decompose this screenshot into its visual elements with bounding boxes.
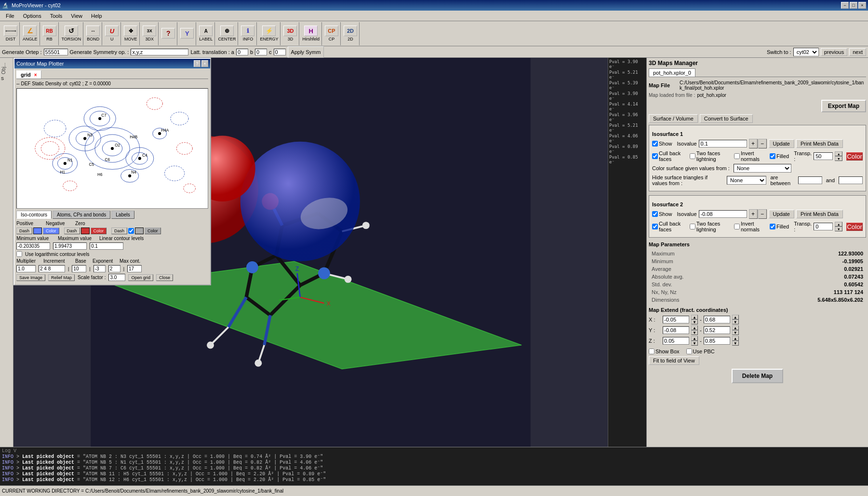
iso1-value-input[interactable] <box>699 140 747 147</box>
iso2-transp-down[interactable]: ▼ <box>835 227 842 231</box>
y-icon[interactable]: Y <box>180 28 194 39</box>
3d-icon[interactable]: 3D <box>283 26 297 36</box>
iso2-minus-button[interactable]: − <box>758 209 767 219</box>
center-icon[interactable]: ⊕ <box>220 26 234 36</box>
angle-icon[interactable]: ∠ <box>23 26 37 36</box>
dist-icon[interactable]: ⟵⟶ <box>4 26 17 36</box>
iso1-minus-button[interactable]: − <box>758 139 767 148</box>
generate-ortep-input[interactable] <box>44 49 68 55</box>
x-min-down[interactable]: ▼ <box>691 320 698 324</box>
labels-tab[interactable]: Labels <box>111 211 134 219</box>
x-min-up[interactable]: ▲ <box>691 315 698 320</box>
positive-dash-button[interactable]: Dash <box>16 228 32 234</box>
menu-help[interactable]: Help <box>87 12 106 20</box>
menu-tools[interactable]: Tools <box>46 12 67 20</box>
iso1-plus-button[interactable]: + <box>749 139 758 148</box>
iso1-invert-checkbox[interactable] <box>734 153 740 159</box>
zero-dash-checkbox[interactable] <box>128 228 134 234</box>
min-value-input[interactable] <box>16 242 50 250</box>
fit-field-button[interactable]: Fit to field of View <box>649 356 699 365</box>
query-icon[interactable]: ? <box>161 28 175 39</box>
iso1-cull-checkbox[interactable] <box>652 153 658 159</box>
z-min-input[interactable] <box>663 337 689 345</box>
z-min-down[interactable]: ▼ <box>691 341 698 346</box>
iso2-invert-checkbox[interactable] <box>734 224 740 229</box>
energy-icon[interactable]: ⚡ <box>262 26 276 36</box>
iso2-show-checkbox[interactable] <box>652 211 658 217</box>
label-icon[interactable]: A <box>199 26 213 36</box>
export-map-button[interactable]: Export Map <box>821 100 866 112</box>
contour-help-button[interactable]: ? <box>194 60 200 67</box>
maximize-button[interactable]: □ <box>850 2 857 9</box>
contour-close-button[interactable]: × <box>201 60 208 67</box>
iso2-twofaces-checkbox[interactable] <box>690 224 695 229</box>
z-min-up[interactable]: ▲ <box>691 336 698 341</box>
linear-value-input[interactable] <box>90 242 123 250</box>
relief-map-button[interactable]: Relief Map <box>48 274 75 281</box>
iso1-transp-up[interactable]: ▲ <box>835 151 842 156</box>
exponent-input[interactable] <box>93 265 106 272</box>
rb-icon[interactable]: RB <box>43 26 56 36</box>
x-max-down[interactable]: ▼ <box>732 320 739 324</box>
base-input[interactable] <box>72 265 86 272</box>
y-min-input[interactable] <box>663 326 689 334</box>
y-max-down[interactable]: ▼ <box>732 330 739 335</box>
3dx-icon[interactable]: 3X <box>143 26 156 36</box>
save-image-button[interactable]: Save Image <box>16 274 45 281</box>
iso1-between-min-input[interactable] <box>798 176 822 184</box>
z-max-up[interactable]: ▲ <box>732 336 739 341</box>
u-icon[interactable]: U <box>105 26 119 36</box>
latt-c-input[interactable] <box>274 49 286 55</box>
iso2-filled-checkbox[interactable] <box>770 224 775 229</box>
map-tab-0[interactable]: pot_hoh.xplor_0 <box>649 68 695 77</box>
iso1-color-button[interactable]: Color <box>846 152 863 161</box>
positive-color-button[interactable]: Color <box>43 228 59 234</box>
y-min-up[interactable]: ▲ <box>691 325 698 330</box>
iso2-transp-up[interactable]: ▲ <box>835 222 842 227</box>
menu-file[interactable]: File <box>2 12 18 20</box>
iso2-cull-checkbox[interactable] <box>652 224 658 229</box>
x-max-up[interactable]: ▲ <box>732 315 739 320</box>
iso1-hide-select[interactable]: None <box>727 176 766 185</box>
x-min-input[interactable] <box>663 316 689 323</box>
latt-a-input[interactable] <box>236 49 248 55</box>
latt-b-input[interactable] <box>255 49 267 55</box>
y-max-up[interactable]: ▲ <box>732 325 739 330</box>
iso1-filled-checkbox[interactable] <box>770 153 775 159</box>
z-max-down[interactable]: ▼ <box>732 341 739 346</box>
scale-factor-input[interactable] <box>108 274 125 281</box>
info-icon[interactable]: ℹ <box>241 26 254 36</box>
zero-color-button[interactable]: Color <box>145 228 161 234</box>
apply-sym-button[interactable]: Apply Symm <box>288 46 324 58</box>
iso2-print-mesh-button[interactable]: Print Mesh Data <box>796 210 843 218</box>
close-contour-button[interactable]: Close <box>156 274 173 281</box>
iso2-update-button[interactable]: Update <box>769 210 794 218</box>
zero-dash-button[interactable]: Dash <box>111 228 127 234</box>
iso1-color-surface-select[interactable]: None <box>734 164 791 173</box>
2d-icon[interactable]: 2D <box>344 26 357 36</box>
atoms-cps-tab[interactable]: Atoms, CPs and bonds <box>53 211 110 219</box>
contour-tab-close[interactable]: × <box>34 72 37 78</box>
torsion-icon[interactable]: ↺ <box>65 26 78 36</box>
iso2-color-button[interactable]: Color <box>846 223 863 231</box>
delete-map-button[interactable]: Delete Map <box>732 369 783 383</box>
negative-color-button[interactable]: Color <box>91 228 107 234</box>
menu-view[interactable]: View <box>67 12 86 20</box>
switch-select[interactable]: cyt02 <box>793 48 819 56</box>
exponent2-input[interactable] <box>108 265 120 272</box>
iso1-show-checkbox[interactable] <box>652 141 658 147</box>
max-cont-input[interactable] <box>127 265 142 272</box>
close-button[interactable]: × <box>858 2 866 9</box>
surface-volume-button[interactable]: Surface / Volume <box>649 114 698 123</box>
iso1-print-mesh-button[interactable]: Print Mesh Data <box>796 139 843 148</box>
multiplier-input[interactable] <box>16 265 36 272</box>
x-max-input[interactable] <box>704 316 730 323</box>
iso2-value-input[interactable] <box>699 210 747 218</box>
open-grid-button[interactable]: Open grid <box>128 274 153 281</box>
cp-icon[interactable]: CP <box>325 26 338 36</box>
log-checkbox[interactable] <box>16 251 22 257</box>
iso1-between-max-input[interactable] <box>839 176 863 184</box>
iso1-twofaces-checkbox[interactable] <box>690 153 695 159</box>
max-value-input[interactable] <box>53 242 87 250</box>
iso1-update-button[interactable]: Update <box>769 139 794 148</box>
